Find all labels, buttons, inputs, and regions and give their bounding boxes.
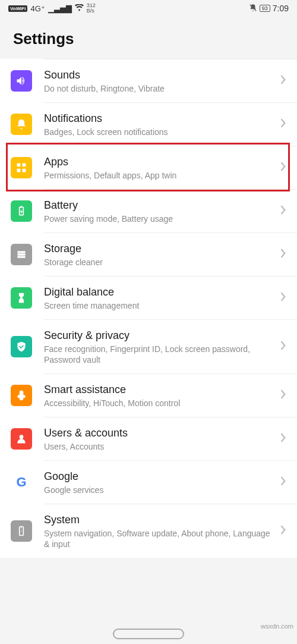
- row-sub: Accessibility, HiTouch, Motion control: [44, 398, 276, 409]
- cell-gen: 4G⁺: [30, 4, 45, 13]
- nav-home-pill[interactable]: [113, 629, 184, 639]
- svg-point-12: [21, 530, 22, 532]
- row-title: Users & accounts: [44, 426, 276, 440]
- svg-rect-7: [17, 251, 25, 253]
- chevron-right-icon: [280, 75, 286, 87]
- row-sub: Power saving mode, Battery usage: [44, 213, 276, 224]
- row-apps[interactable]: Apps Permissions, Default apps, App twin: [0, 146, 297, 189]
- row-sub: Badges, Lock screen notifications: [44, 127, 276, 137]
- chevron-right-icon: [280, 389, 286, 401]
- row-sub: Google services: [44, 485, 276, 495]
- settings-list: Sounds Do not disturb, Ringtone, Vibrate…: [0, 59, 297, 558]
- svg-point-10: [20, 435, 24, 439]
- chevron-right-icon: [280, 525, 286, 537]
- google-icon: G: [11, 472, 32, 493]
- chevron-right-icon: [280, 433, 286, 445]
- row-title: Smart assistance: [44, 382, 276, 397]
- row-sub: Users, Accounts: [44, 441, 276, 452]
- svg-rect-2: [23, 164, 26, 167]
- row-title: Digital balance: [44, 285, 276, 299]
- row-system[interactable]: System System navigation, Software updat…: [0, 504, 297, 558]
- row-title: Battery: [44, 198, 276, 212]
- chevron-right-icon: [280, 118, 286, 130]
- row-security[interactable]: Security & privacy Face recognition, Fin…: [0, 320, 297, 373]
- sounds-icon: [11, 70, 32, 92]
- row-google[interactable]: G Google Google services: [0, 461, 297, 504]
- wifi-icon: [75, 4, 84, 13]
- page-title: Settings: [0, 17, 297, 59]
- row-title: Google: [44, 469, 276, 483]
- notifications-icon: [11, 114, 32, 135]
- users-icon: [11, 428, 32, 450]
- row-sub: Storage cleaner: [44, 257, 276, 268]
- row-title: Sounds: [44, 68, 276, 82]
- clock: 7:09: [273, 4, 289, 13]
- row-title: Apps: [44, 155, 276, 169]
- row-sub: Permissions, Default apps, App twin: [44, 170, 276, 181]
- row-title: Storage: [44, 241, 276, 256]
- system-icon: [11, 520, 32, 542]
- chevron-right-icon: [280, 341, 286, 353]
- dnd-icon: [249, 4, 257, 14]
- chevron-right-icon: [280, 292, 286, 304]
- row-sub: System navigation, Software update, Abou…: [44, 528, 276, 549]
- row-sub: Screen time management: [44, 300, 276, 311]
- battery-indicator: 93: [260, 5, 270, 12]
- row-sub: Face recognition, Fingerprint ID, Lock s…: [44, 344, 276, 365]
- chevron-right-icon: [280, 205, 286, 217]
- svg-rect-3: [17, 169, 21, 172]
- status-bar: VoWiFi 4G⁺ ▁▃▅▇ 312B/s 93 7:09: [0, 0, 297, 17]
- chevron-right-icon: [280, 249, 286, 260]
- svg-rect-4: [23, 169, 26, 172]
- row-notifications[interactable]: Notifications Badges, Lock screen notifi…: [0, 103, 297, 146]
- row-digital-balance[interactable]: Digital balance Screen time management: [0, 277, 297, 319]
- row-title: Notifications: [44, 111, 276, 125]
- svg-rect-8: [17, 253, 25, 255]
- row-sub: Do not disturb, Ringtone, Vibrate: [44, 83, 276, 94]
- row-battery[interactable]: Battery Power saving mode, Battery usage: [0, 190, 297, 233]
- storage-icon: [11, 244, 32, 265]
- svg-rect-1: [17, 164, 21, 167]
- digital-balance-icon: [11, 287, 32, 309]
- vowifi-badge: VoWiFi: [8, 5, 27, 12]
- row-title: System: [44, 513, 276, 527]
- svg-rect-9: [17, 256, 25, 258]
- row-title: Security & privacy: [44, 328, 276, 343]
- apps-icon: [11, 157, 32, 178]
- chevron-right-icon: [280, 476, 286, 488]
- chevron-right-icon: [280, 162, 286, 174]
- net-speed: 312B/s: [87, 3, 96, 14]
- row-sounds[interactable]: Sounds Do not disturb, Ringtone, Vibrate: [0, 59, 297, 102]
- watermark: wsxdn.com: [261, 623, 293, 630]
- row-storage[interactable]: Storage Storage cleaner: [0, 233, 297, 276]
- security-icon: [11, 336, 32, 357]
- svg-rect-6: [20, 206, 22, 208]
- row-smart-assist[interactable]: Smart assistance Accessibility, HiTouch,…: [0, 374, 297, 417]
- battery-icon: [11, 200, 32, 222]
- signal-icon: ▁▃▅▇: [48, 4, 72, 13]
- row-users[interactable]: Users & accounts Users, Accounts: [0, 417, 297, 460]
- smart-assist-icon: [11, 385, 32, 406]
